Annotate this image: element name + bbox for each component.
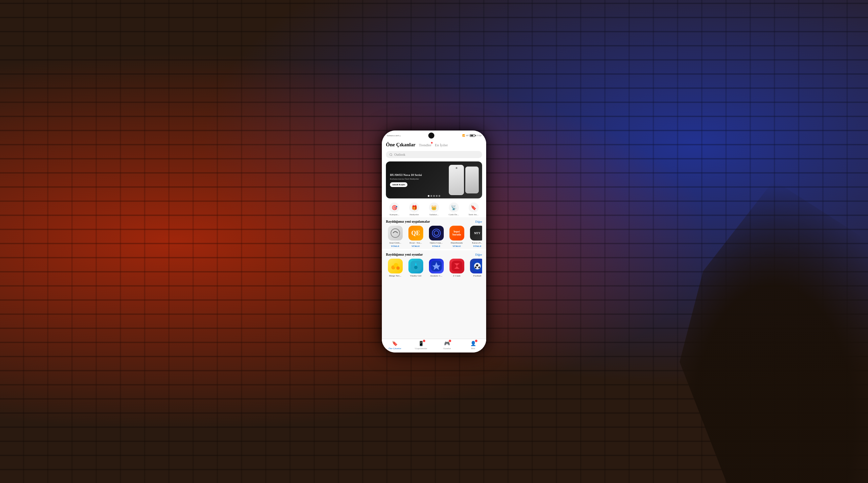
phone-device: Yalnızca aort ç 📶 97 17:52 Öne Çıkanlar … (382, 130, 486, 353)
istek-icon: 🔖 (469, 202, 479, 213)
hepsiburada-name: Hepsiburada (447, 242, 466, 244)
svg-point-1 (391, 229, 400, 237)
apps-nav-label: Uygulamalar (415, 347, 427, 350)
battery-fill (470, 135, 473, 136)
banner-title: HUAWEI Nova 10 Serisi (390, 173, 422, 177)
dot-1[interactable] (428, 195, 430, 197)
app-header: Öne Çıkanlar Trendler En İyiler (382, 139, 486, 149)
awaken-name: Awaken: C... (427, 275, 445, 277)
header-tabs: Öne Çıkanlar Trendler En İyiler (386, 142, 482, 148)
svg-point-0 (390, 153, 392, 156)
dot-5[interactable] (439, 195, 440, 197)
nav-item-apps[interactable]: 📱 Uygulamalar (412, 341, 430, 350)
apps-more-button[interactable]: Diğer (475, 220, 483, 223)
app-item-kwai[interactable]: QE Kwai - Sos... YÜKLE (406, 226, 425, 248)
azar-name: Azar-Görü... (386, 242, 404, 244)
apps-section: Bayıldığımız yeni uygulamalar Diğer Azar… (382, 217, 486, 249)
karaca-icon: MTY (470, 226, 483, 240)
quick-icon-canli[interactable]: 📡 Canlı De... (445, 202, 463, 216)
dot-4[interactable] (436, 195, 438, 197)
status-bar: Yalnızca aort ç 📶 97 17:52 (382, 130, 486, 139)
kampanya-label: Kampan... (390, 213, 399, 216)
app-item-karaca[interactable]: MTY Karaca E... YÜKLE (468, 226, 482, 248)
game-item-merge[interactable]: Merge Nev... (386, 259, 404, 277)
quick-icon-kampanya[interactable]: 🎯 Kampan... (385, 202, 403, 216)
banner-cta-button[interactable]: Şimdi Keşfet (390, 182, 407, 187)
app-item-opera[interactable]: Opera Cryp... YÜKLE (427, 226, 445, 248)
hepsiburada-install-button[interactable]: YÜKLE (453, 245, 461, 248)
banner-product-image (449, 165, 479, 195)
status-right: 📶 97 17:52 (462, 134, 482, 137)
trending-dot (431, 142, 433, 143)
dot-3[interactable] (433, 195, 435, 197)
status-left-text: Yalnızca aort ç (386, 134, 401, 137)
sadakat-icon: 👑 (429, 202, 439, 213)
kampanya-icon: 🎯 (389, 202, 399, 213)
app-item-azar[interactable]: Azar-Görü... YÜKLE (386, 226, 404, 248)
wifi-icon: 📶 (462, 134, 465, 137)
quick-icon-sadakat[interactable]: 👑 Sadakat... (425, 202, 443, 216)
azar-icon (388, 226, 403, 240)
promotional-banner[interactable]: HUAWEI Nova 10 Serisi Kullanıcılarına Öz… (386, 161, 482, 198)
games-section-header: Bayıldığımız yeni oyunlar Diğer (386, 252, 482, 257)
istek-label: İstek list... (469, 213, 478, 216)
games-more-button[interactable]: Diğer (475, 253, 483, 256)
kwai-install-button[interactable]: YÜKLE (411, 245, 420, 248)
kwai-name: Kwai - Sos... (406, 242, 425, 244)
zclash-icon (450, 259, 464, 273)
karaca-install-button[interactable]: YÜKLE (473, 245, 482, 248)
app-item-hepsiburada[interactable]: hepsiburada Hepsiburada YÜKLE (447, 226, 466, 248)
nav-item-games[interactable]: 🎮 Oyunlar (438, 341, 456, 350)
azar-install-button[interactable]: YÜKLE (391, 245, 399, 248)
search-bar[interactable]: Outlook (386, 151, 482, 158)
banner-text-area: HUAWEI Nova 10 Serisi Kullanıcılarına Öz… (386, 169, 426, 191)
clock: 17:52 (476, 134, 482, 137)
hediyeler-label: Hediyeler (409, 213, 419, 216)
game-item-vitality[interactable]: Vitality Girl (406, 259, 425, 277)
dot-2[interactable] (431, 195, 432, 197)
svg-point-2 (432, 229, 440, 237)
kwai-icon: QE (408, 226, 423, 240)
merge-icon (388, 259, 403, 273)
phone-image-2 (465, 166, 479, 193)
hepsiburada-icon: hepsiburada (450, 226, 464, 240)
featured-nav-icon: 🔖 (392, 341, 398, 347)
quick-icon-hediyeler[interactable]: 🎁 Hediyeler (405, 202, 423, 216)
games-nav-icon: 🎮 (444, 341, 450, 347)
zclash-name: Z Clash (447, 275, 466, 277)
football-name: Football (468, 275, 482, 277)
quick-icons-row: 🎯 Kampan... 🎁 Hediyeler 👑 Sadakat... 📡 C… (382, 200, 486, 217)
canli-icon: 📡 (449, 202, 459, 213)
games-section-title: Bayıldığımız yeni oyunlar (386, 252, 423, 257)
opera-install-button[interactable]: YÜKLE (432, 245, 440, 248)
signal-strength: 97 (466, 134, 469, 137)
game-item-awaken[interactable]: Awaken: C... (427, 259, 445, 277)
me-nav-badge (475, 340, 477, 342)
nav-item-me[interactable]: 👤 Ben (464, 341, 483, 350)
games-nav-label: Oyunlar (443, 347, 451, 350)
karaca-name: Karaca E... (468, 242, 482, 244)
game-item-zclash[interactable]: Z Clash (447, 259, 466, 277)
football-icon (470, 259, 483, 273)
svg-point-8 (414, 266, 417, 269)
game-item-football[interactable]: Football (468, 259, 482, 277)
quick-icon-istek[interactable]: 🔖 İstek list... (465, 202, 483, 216)
nav-item-featured[interactable]: 🔖 Öne Çıkanlar (385, 341, 404, 350)
games-list: Merge Nev... Vitality Girl (386, 259, 482, 277)
spacer (382, 279, 486, 339)
tab-best[interactable]: En İyiler (435, 143, 448, 147)
phone-image-1 (449, 165, 464, 195)
me-nav-label: Ben (471, 347, 475, 350)
search-placeholder: Outlook (394, 153, 405, 156)
apps-nav-icon: 📱 (418, 341, 424, 347)
battery-indicator (470, 134, 475, 137)
svg-point-6 (396, 266, 400, 270)
apps-section-header: Bayıldığımız yeni uygulamalar Diğer (386, 219, 482, 224)
tab-trending[interactable]: Trendler (419, 143, 431, 147)
search-icon (389, 153, 393, 156)
screen-content: Öne Çıkanlar Trendler En İyiler Outlook … (382, 139, 486, 353)
featured-nav-label: Öne Çıkanlar (389, 347, 401, 350)
games-nav-badge (449, 340, 451, 342)
tab-featured[interactable]: Öne Çıkanlar (386, 142, 415, 148)
opera-name: Opera Cryp... (427, 242, 445, 244)
